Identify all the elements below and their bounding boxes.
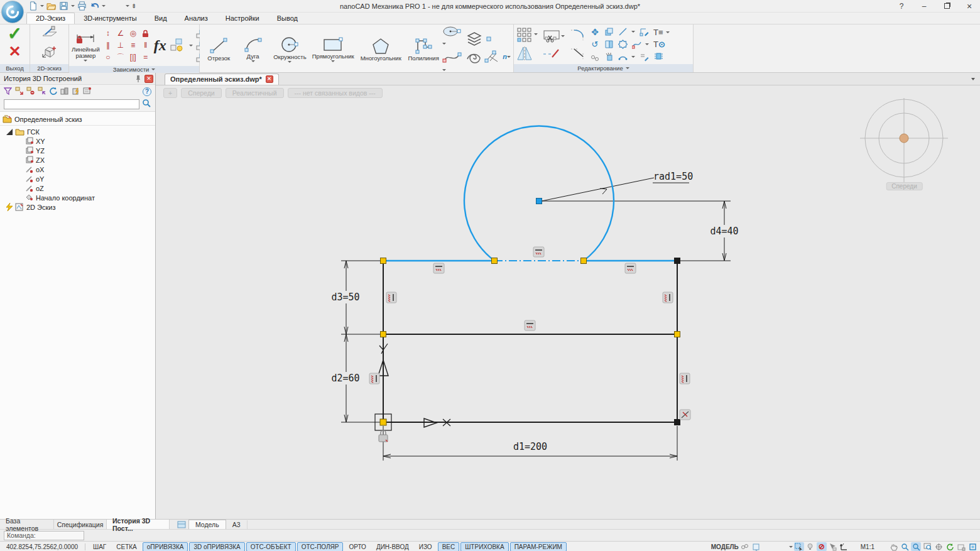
new-sketch-button[interactable] <box>41 45 58 61</box>
scale-indicator[interactable]: М1:1 <box>861 543 874 550</box>
trim-tool-icon[interactable] <box>542 30 565 43</box>
toggle-otrack[interactable]: ОТС-ОБЪЕКТ <box>246 542 296 551</box>
tab-a3[interactable]: А3 <box>226 520 248 529</box>
layout-list-icon[interactable] <box>177 521 186 528</box>
pin-icon[interactable] <box>134 74 143 83</box>
expand-node-icon[interactable] <box>15 87 23 96</box>
fillet-tool-icon[interactable] <box>569 28 585 43</box>
arc-dropdown-icon[interactable] <box>251 60 255 62</box>
pedit-tool-icon[interactable] <box>639 27 649 37</box>
array-dropdown-icon[interactable] <box>534 33 538 35</box>
ellipse-tool-icon[interactable] <box>442 26 465 46</box>
sheet-icon[interactable] <box>751 542 761 551</box>
search-icon[interactable] <box>142 99 151 109</box>
document-tab[interactable]: Определенный эскиз.dwp* ✕ <box>165 74 279 85</box>
spline-edit-dropdown-icon[interactable] <box>645 43 649 45</box>
constraint-coincident-icon[interactable]: ∠ <box>116 28 126 38</box>
circle-tool-button[interactable]: Окружность <box>271 30 309 68</box>
tree-item-zx[interactable]: ZX <box>0 155 155 165</box>
save-view-icon[interactable] <box>956 542 966 551</box>
orbit-icon[interactable] <box>934 542 944 551</box>
expand-all-icon[interactable] <box>38 87 46 96</box>
selection-frame-tool-icon[interactable] <box>653 52 663 62</box>
show-constraints-button[interactable] <box>170 36 186 54</box>
tree-item-origin[interactable]: Начало координат <box>0 193 155 202</box>
qat-customize-icon[interactable]: ⇟ <box>131 3 136 9</box>
join-tool-icon[interactable] <box>590 52 600 62</box>
constraint-perpendicular-icon[interactable]: ⊥ <box>116 40 126 50</box>
toggle-snap[interactable]: ШАГ <box>89 542 111 551</box>
accept-sketch-button[interactable]: ✓ <box>8 26 22 42</box>
view-locator[interactable]: Спереди <box>846 93 962 194</box>
constraint-parallel-icon[interactable]: ∥ <box>103 40 113 50</box>
text-dropdown-icon[interactable] <box>666 31 670 33</box>
regen-icon[interactable] <box>945 542 955 551</box>
drawing-canvas[interactable]: + Спереди Реалистичный --- нет связанных… <box>156 85 980 519</box>
toggle-dyn-input[interactable]: ДИН-ВВОД <box>372 542 413 551</box>
undo-dropdown-icon[interactable] <box>102 5 106 7</box>
linear-dimension-dropdown-icon[interactable] <box>84 60 87 62</box>
point-tool-icon[interactable] <box>484 35 511 45</box>
tab-output[interactable]: Вывод <box>268 13 307 24</box>
layers-tool-icon[interactable] <box>466 31 482 48</box>
app-logo-icon[interactable] <box>1 1 24 23</box>
ucs-icon[interactable] <box>839 542 849 551</box>
editing-group-dropdown-icon[interactable] <box>626 67 629 69</box>
save-button[interactable] <box>58 1 69 11</box>
tab-2d-sketch[interactable]: 2D-Эскиз <box>26 13 75 24</box>
status-dropdown-icon[interactable] <box>789 546 793 548</box>
tab-element-base[interactable]: База элементов <box>0 520 54 529</box>
arc-edit-dropdown-icon[interactable] <box>631 56 635 58</box>
polygon-tool-button[interactable]: Многоугольник <box>357 30 405 68</box>
constraint-horizontal-icon[interactable]: ≡ <box>128 40 138 50</box>
filter-icon[interactable] <box>4 87 12 96</box>
rectangle-dropdown-icon[interactable] <box>331 60 335 62</box>
pan-icon[interactable] <box>888 542 898 551</box>
highlight-icon[interactable] <box>805 542 815 551</box>
toggle-lineweight[interactable]: ВЕС <box>438 542 460 551</box>
circle-dropdown-icon[interactable] <box>288 61 291 63</box>
expand-icon[interactable] <box>6 129 13 135</box>
tab-history-3d[interactable]: История 3D Пост... <box>107 520 170 529</box>
search-input[interactable] <box>4 99 139 109</box>
toggle-iso[interactable]: ИЗО <box>415 542 437 551</box>
constraint-concentric-icon[interactable]: ◎ <box>128 28 138 38</box>
open-file-button[interactable] <box>46 1 57 11</box>
toggle-polar[interactable]: ОТС-ПОЛЯР <box>297 542 344 551</box>
zoom-realtime-icon[interactable] <box>911 542 921 551</box>
linear-dimension-button[interactable]: Линейный размер <box>72 26 100 65</box>
tab-model[interactable]: Модель <box>188 520 226 529</box>
text-point-tool-icon[interactable]: T⊙ <box>653 40 670 49</box>
toggle-osnap[interactable]: оПРИВЯЗКА <box>143 542 188 551</box>
match-properties-tool-icon[interactable] <box>639 52 649 62</box>
zoom-icon[interactable] <box>900 542 910 551</box>
disable-icon[interactable]: ⊘ <box>817 542 827 551</box>
tree-item-ox[interactable]: oX <box>0 165 155 174</box>
spline-dropdown-icon[interactable] <box>442 69 446 71</box>
toggle-param-mode[interactable]: ПАРАМ-РЕЖИМ <box>510 542 567 551</box>
tree-item-2d-sketch[interactable]: 2D Эскиз <box>0 202 155 212</box>
constraint-fix-icon[interactable]: ○ <box>103 52 113 62</box>
command-prompt[interactable]: Команда: <box>4 531 84 540</box>
tab-analysis[interactable]: Анализ <box>176 13 217 24</box>
rectangle-tool-button[interactable]: Прямоугольник <box>310 30 356 68</box>
viewport-link-icon[interactable] <box>740 542 750 551</box>
print-button[interactable] <box>77 1 87 11</box>
sketch-circle-and-topline[interactable] <box>383 126 677 261</box>
cancel-sketch-button[interactable]: ✕ <box>8 45 21 58</box>
constraints-launcher-icon[interactable] <box>151 68 155 70</box>
toggle-hatch[interactable]: ШТРИХОВКА <box>460 542 508 551</box>
arc-tool-button[interactable]: Дуга <box>236 30 269 68</box>
edit-sketch-button[interactable] <box>41 26 58 41</box>
tab-list-dropdown-icon[interactable] <box>971 78 975 80</box>
help-button[interactable]: ? <box>891 1 912 12</box>
spiral-tool-icon[interactable] <box>466 50 482 67</box>
tab-specification[interactable]: Спецификация <box>54 520 107 529</box>
properties-icon[interactable] <box>83 87 91 96</box>
array-tool-icon[interactable] <box>516 27 538 42</box>
linked-views-button[interactable]: --- нет связанных видов --- <box>288 88 383 98</box>
panel-close-icon[interactable]: ✕ <box>144 75 153 83</box>
rebuild-icon[interactable] <box>72 87 80 96</box>
line-tool-button[interactable]: Отрезок <box>202 30 235 68</box>
extend-dropdown-icon[interactable] <box>631 31 635 33</box>
